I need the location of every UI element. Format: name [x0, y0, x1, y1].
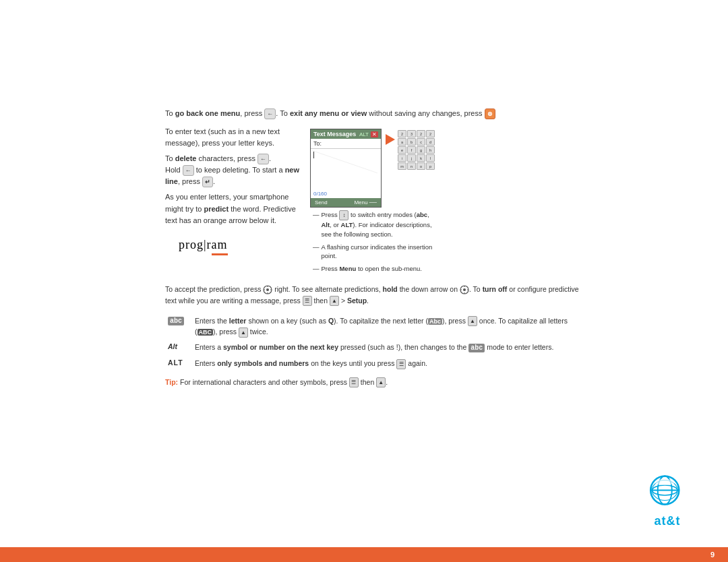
phone-to-label: To:: [313, 140, 322, 147]
kbd-key: i: [398, 154, 406, 162]
then-2: then: [404, 343, 418, 351]
ann-switch-modes: — Press ↕ to switch entry modes (abc, Al…: [313, 210, 435, 239]
phone-screen-wrap: Text Messages ALT ✕ To:: [310, 126, 435, 277]
left-column: To enter text (such as in a new text mes…: [165, 126, 310, 277]
two-column-layout: To enter text (such as in a new text mes…: [165, 126, 583, 277]
nav-center-icon: [460, 285, 469, 294]
alt-mode-description: Enters a symbol or number on the next ke…: [192, 340, 583, 356]
accept-prediction-line: To accept the prediction, press right. T…: [165, 284, 583, 307]
newline-key: ↵: [202, 177, 213, 187]
go-back-text: To go back one menu, press ←. To exit an…: [165, 109, 495, 117]
phone-footer: Send Menu ──: [311, 198, 381, 207]
ann-cursor: — A flashing cursor indicates the insert…: [313, 243, 435, 261]
kbd-key: 2: [417, 130, 425, 137]
kbd-key: b: [407, 138, 416, 146]
ALT-mode-description: Enters only symbols and numbers on the k…: [192, 356, 583, 371]
top-instruction: To go back one menu, press ←. To exit an…: [165, 108, 583, 119]
then-tip: then: [361, 378, 374, 386]
phone-counter: 0/160: [311, 189, 381, 198]
kbd-key: m: [398, 162, 406, 170]
ann-menu: — Press Menu to open the sub-menu.: [313, 264, 435, 274]
prediction-word-display: prog|ram: [179, 232, 303, 259]
back-key-icon: ←: [264, 108, 276, 119]
enter-text-instruction: To enter text (such as in a new text mes…: [165, 126, 303, 149]
att-logo-text: at&t: [647, 514, 688, 528]
alt-end-key: ☰: [396, 359, 406, 369]
del-key: ←: [257, 154, 269, 164]
tip-text: For international characters and other s…: [180, 378, 388, 386]
kbd-key: l: [426, 154, 435, 162]
switch-key: ↕: [339, 210, 348, 220]
phone-send-btn[interactable]: Send: [315, 199, 328, 206]
kbd-key: d: [426, 138, 435, 146]
kbd-key: n: [407, 162, 416, 170]
svg-point-2: [266, 288, 269, 291]
kbd-key: a: [398, 138, 406, 146]
phone-alt-label: ALT: [359, 131, 369, 137]
svg-line-0: [313, 151, 377, 173]
svg-point-8: [463, 288, 466, 291]
phone-menu-btn[interactable]: Menu ──: [354, 199, 377, 206]
alt-mode-label: Alt: [168, 342, 177, 350]
kbd-key: 2: [398, 130, 406, 137]
prediction-orange-underline: [212, 253, 228, 255]
kbd-key: g: [417, 146, 425, 154]
abc-mode-ref: abc: [468, 344, 485, 352]
mode-row-alt: Alt Enters a symbol or number on the nex…: [165, 340, 583, 356]
hold-del-key: ←: [183, 165, 194, 176]
shift-key-1: ▲: [468, 316, 477, 326]
svg-point-18: [655, 479, 675, 485]
mode-row-abc: abc Enters the letter shown on a key (su…: [165, 313, 583, 340]
up-key-inline: ▲: [330, 296, 339, 306]
predictive-text-description: As you enter letters, your smartphone mi…: [165, 191, 303, 226]
kbd-key: p: [426, 162, 435, 170]
ann-switch-modes-text: Press ↕ to switch entry modes (abc, Alt,…: [322, 210, 435, 239]
kbd-key: k: [417, 154, 425, 162]
tip-key-1: ☰: [349, 377, 359, 387]
phone-annotations: — Press ↕ to switch entry modes (abc, Al…: [313, 210, 435, 274]
ann-menu-text: Press Menu to open the sub-menu.: [322, 264, 422, 274]
abc-mode-label: abc: [168, 317, 184, 325]
menu-key-inline: ☰: [303, 296, 312, 306]
content-area: To go back one menu, press ←. To exit an…: [165, 108, 583, 508]
kbd-key: 2: [426, 130, 435, 137]
kbd-key: 3: [407, 130, 416, 137]
mode-table: abc Enters the letter shown on a key (su…: [165, 313, 583, 371]
orange-arrow-icon: [386, 134, 395, 145]
att-logo-circle: [647, 471, 688, 511]
then-1: then: [314, 296, 328, 305]
kbd-key: c: [417, 138, 425, 146]
mode-row-ALT: ALT Enters only symbols and numbers on t…: [165, 356, 583, 371]
phone-close-btn: ✕: [371, 131, 378, 137]
ALT-mode-label: ALT: [168, 358, 183, 367]
page-container: To go back one menu, press ←. To exit an…: [0, 0, 728, 562]
att-logo: at&t: [647, 471, 688, 528]
kbd-key: h: [426, 146, 435, 154]
kbd-key: f: [407, 146, 416, 154]
exit-key-icon: ⊗: [485, 108, 495, 119]
tip-key-2: ▲: [376, 377, 386, 387]
kbd-key: j: [407, 154, 416, 162]
phone-to-row: To:: [311, 139, 381, 149]
nav-right-icon: [263, 285, 272, 294]
kbd-key: o: [417, 162, 425, 170]
prediction-word: prog|ram: [179, 236, 228, 255]
kbd-key: e: [398, 146, 406, 154]
phone-screen: Text Messages ALT ✕ To:: [310, 129, 382, 208]
abc-mode-description: Enters the letter shown on a key (such a…: [192, 313, 583, 340]
keyboard-grid: 2 3 2 2 a b c d e f: [398, 130, 435, 170]
delete-instruction: To delete characters, press ←. Hold ← to…: [165, 153, 303, 187]
phone-cursor: [313, 152, 314, 158]
tip-line: Tip: For international characters and ot…: [165, 377, 583, 388]
phone-title: Text Messages: [313, 131, 356, 137]
shift-key-2: ▲: [239, 327, 248, 338]
phone-body: [311, 149, 381, 189]
phone-titlebar: Text Messages ALT ✕: [311, 129, 381, 139]
tip-label: Tip:: [165, 378, 178, 386]
ann-cursor-text: A flashing cursor indicates the insertio…: [322, 243, 435, 261]
bottom-bar: 9: [0, 547, 728, 562]
page-number: 9: [710, 551, 715, 559]
